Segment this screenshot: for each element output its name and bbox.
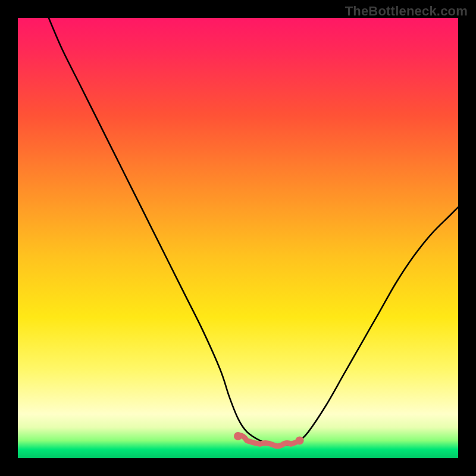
plot-area	[18, 18, 458, 458]
watermark-text: TheBottleneck.com	[345, 4, 468, 19]
svg-point-0	[234, 432, 242, 440]
chart-frame: TheBottleneck.com	[0, 0, 476, 476]
svg-point-1	[296, 436, 304, 444]
optimal-zone-marker	[18, 18, 458, 458]
